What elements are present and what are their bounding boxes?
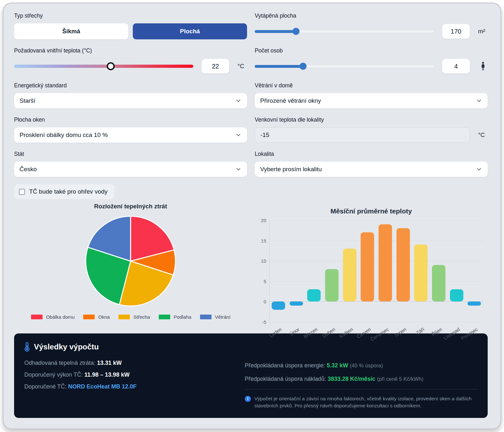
indoor-temp-slider-thumb[interactable] [107,62,115,70]
persons-slider[interactable] [255,65,434,68]
indoor-temp-slider[interactable] [14,65,193,68]
results-title-row: Výsledky výpočtu [24,342,244,352]
y-axis-tick: -5 [262,319,266,325]
results-panel: Výsledky výpočtu Odhadovaná tepelná ztrá… [14,333,488,418]
field-outdoor-temp: Venkovní teplota dle lokality °C [255,116,488,143]
persons-slider-thumb[interactable] [300,63,307,70]
field-roof-type: Typ střechy Šikmá Plochá [14,12,247,39]
heat-loss-result-line: Odhadovaná tepelná ztráta: 13.31 kW [24,360,244,366]
outdoor-temp-unit: °C [478,132,488,139]
persons-slider-fill [255,65,303,68]
indoor-temp-input[interactable] [202,59,229,74]
outdoor-temp-input[interactable] [255,127,470,143]
disclaimer-row: i Výpočet je orientační a závisí na mnoh… [245,395,477,410]
cost-saving-line: Předpokládaná úspora nákladů: 3833.28 Kč… [245,376,477,382]
bar-Únor[interactable] [290,301,303,306]
energy-standard-select[interactable]: Starší [14,93,247,108]
legend-item[interactable]: Podlaha [158,314,191,320]
cost-saving-value: 3833.28 Kč/měsíc [328,376,375,382]
chevron-down-icon [236,166,241,172]
monthly-temps-bar-chart: Měsíční průměrné teploty 20151050-5Leden… [255,202,488,322]
heated-area-slider[interactable] [255,30,434,33]
charts-row: Rozložení tepelných ztrát Obálka domuOkn… [14,202,488,322]
legend-swatch [200,314,212,320]
persons-input[interactable] [442,59,470,74]
country-select[interactable]: Česko [14,162,247,177]
bar-Červenec[interactable] [379,224,392,302]
energy-saving-note: (40 % úspora) [350,363,383,368]
pie-legend: Obálka domuOknaStřechaPodlahaVětrání [31,314,230,320]
gridline [269,322,483,322]
bar-Leden[interactable] [272,301,285,309]
dhw-checkbox-panel[interactable]: TČ bude také pro ohřev vody [14,184,115,199]
legend-label: Střecha [133,314,150,320]
bar-Listopad[interactable] [450,289,463,301]
bar-Prosinec[interactable] [468,301,481,306]
indoor-temp-row: °C [14,58,247,74]
legend-item[interactable]: Větrání [200,314,230,320]
results-title: Výsledky výpočtu [34,342,99,351]
locality-label: Lokalita [255,151,488,157]
bar-Srpen[interactable] [396,228,410,301]
roof-option-sikma-button[interactable]: Šikmá [14,23,128,39]
chevron-down-icon [476,98,482,104]
heat-loss-pie-chart: Rozložení tepelných ztrát Obálka domuOkn… [14,202,247,322]
legend-swatch [118,314,130,320]
cost-saving-label: Předpokládaná úspora nákladů: [245,376,326,382]
heated-area-slider-thumb[interactable] [292,28,300,35]
ventilation-value: Přirozené větrání okny [260,97,321,104]
field-indoor-temp: Požadovaná vnitřní teplota (°C) °C [14,47,247,74]
gridline [269,281,483,282]
roof-type-toggle: Šikmá Plochá [14,23,247,39]
y-axis-tick: 20 [261,218,266,223]
legend-item[interactable]: Střecha [118,314,150,320]
dhw-checkbox[interactable] [19,189,25,195]
person-icon [478,62,488,71]
bar-Duben[interactable] [325,269,339,302]
energy-saving-label: Předpokládaná úspora energie: [245,362,325,369]
legend-swatch [31,314,43,320]
y-axis-tick: 10 [261,258,266,264]
calculator-card: Typ střechy Šikmá Plochá Požadovaná vnit… [3,3,501,429]
form-column-right: Vytápěná plocha m² Počet osob [255,12,488,199]
heat-loss-result-label: Odhadovaná tepelná ztráta: [24,360,95,366]
legend-label: Větrání [215,314,230,320]
locality-select[interactable]: Vyberte prosím lokalitu [255,162,488,177]
bar-Září[interactable] [414,244,428,301]
heated-area-unit: m² [478,28,488,35]
form-column-left: Typ střechy Šikmá Plochá Požadovaná vnit… [14,12,247,199]
legend-label: Podlaha [174,314,191,320]
bar-Březen[interactable] [307,289,321,301]
heat-loss-result-value: 13.31 kW [97,360,122,366]
energy-saving-line: Předpokládaná úspora energie: 5.32 kW (4… [245,362,477,369]
field-window-area: Plocha oken Prosklení obálky domu cca 10… [14,116,247,143]
country-label: Stát [14,151,247,157]
legend-item[interactable]: Obálka domu [31,314,75,320]
power-result-line: Doporučený výkon TČ: 11.98 – 13.98 kW [24,372,244,378]
recommended-hp-label: Doporučené TČ: [24,383,67,390]
recommended-hp-link[interactable]: NORD EcoHeat MB 12.0F [68,383,137,390]
heated-area-input[interactable] [442,24,470,39]
gridline [269,261,483,261]
bar-Květen[interactable] [343,249,356,301]
legend-item[interactable]: Okna [83,314,110,320]
ventilation-label: Větrání v domě [255,82,488,89]
window-area-select[interactable]: Prosklení obálky domu cca 10 % [14,127,247,143]
results-divider [245,389,477,389]
energy-standard-value: Starší [20,97,36,104]
ventilation-select[interactable]: Přirozené větrání okny [255,93,488,108]
energy-saving-value: 5.32 kW [327,362,348,369]
heated-area-row: m² [255,23,488,39]
bar-Červen[interactable] [361,232,374,301]
results-right-column: Předpokládaná úspora energie: 5.32 kW (4… [244,342,477,410]
power-result-value: 11.98 – 13.98 kW [84,372,130,378]
bar-Říjen[interactable] [432,265,445,301]
y-axis-tick: 0 [264,299,266,304]
field-heated-area: Vytápěná plocha m² [255,12,488,39]
heated-area-slider-fill [255,30,296,33]
bar-chart-title: Měsíční průměrné teploty [255,207,488,215]
roof-option-plocha-button[interactable]: Plochá [133,23,247,39]
chevron-down-icon [236,132,241,138]
y-axis-tick: 5 [264,278,266,284]
dhw-checkbox-label: TČ bude také pro ohřev vody [29,188,108,195]
